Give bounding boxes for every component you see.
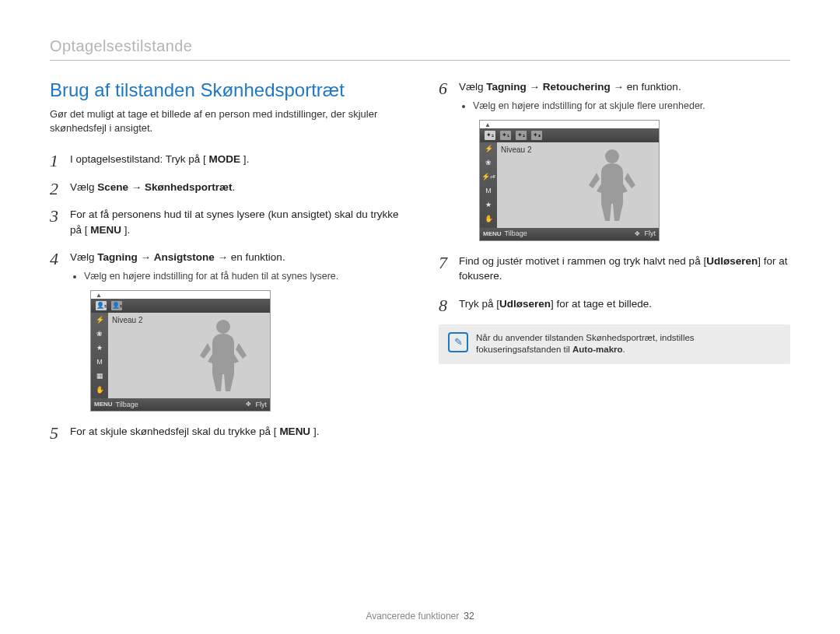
step-number: 5: [50, 421, 58, 446]
face-detect-icon: ★: [483, 201, 494, 210]
step-number: 2: [50, 177, 58, 201]
cam-menu-label: MENU: [94, 400, 113, 409]
scroll-up-indicator: ▲: [480, 121, 659, 128]
cam-tab-icon: ✦₂: [485, 131, 495, 140]
cam-level-label: Niveau 2: [501, 145, 531, 156]
steps-left: 1 I optagelsestilstand: Tryk på MODE. 2 …: [50, 152, 401, 440]
cam-sidebar: ⚡ ❀ ⚡off M ★ ✋: [480, 142, 497, 228]
cam-sidebar: ⚡ ❀ ★ M ▦ ✋: [91, 313, 108, 398]
resolution-icon: ▦: [94, 371, 105, 380]
person-silhouette-icon: [585, 146, 639, 224]
step-text: Vælg Tagning → Retouchering → en funktio…: [459, 81, 681, 93]
menu-key: MENU: [85, 224, 128, 236]
cam-tab-icon: 👤₂: [111, 301, 122, 310]
step-text: I optagelsestilstand: Tryk på: [70, 153, 203, 165]
cam-back-label: Tilbage: [505, 229, 527, 239]
nav-icon: ✥: [245, 401, 253, 408]
metering-icon: M: [94, 357, 105, 366]
step-number: 8: [439, 293, 447, 318]
cam-level-label: Niveau 2: [112, 315, 142, 327]
sub-bullet: Vælg en højere indstilling for at skjule…: [473, 100, 790, 112]
menu-key: MENU: [274, 426, 317, 437]
cam-tab-bar: ✦₂ ✦₁ ✦₂ ✦₃: [480, 128, 659, 142]
cam-move-label: Flyt: [645, 229, 656, 239]
cam-tab-bar: 👤₂ 👤₂: [91, 299, 270, 313]
step-number: 1: [50, 149, 58, 173]
cam-tab-icon: ✦₃: [531, 131, 542, 140]
note-text: Når du anvender tilstanden Skønhedsportr…: [476, 332, 781, 356]
flash-off-icon: ⚡off: [483, 173, 494, 182]
step-text: Tryk på [Udløseren] for at tage et bille…: [459, 298, 652, 310]
right-column: 6 Vælg Tagning → Retouchering → en funkt…: [439, 79, 790, 364]
flash-icon: ⚡: [94, 315, 105, 324]
stabilizer-icon: ✋: [94, 385, 105, 394]
cam-menu-label: MENU: [483, 229, 502, 239]
person-silhouette-icon: [196, 317, 250, 394]
camera-screenshot: ▲ ✦₂ ✦₁ ✦₂ ✦₃ ⚡ ❀ ⚡off M: [479, 120, 660, 241]
svg-point-1: [605, 149, 619, 163]
step-number: 7: [439, 250, 447, 275]
cam-back-label: Tilbage: [116, 400, 138, 410]
page-footer: Avancerede funktioner32: [0, 611, 840, 622]
step-text: For at skjule skønhedsfejl skal du trykk…: [70, 426, 274, 437]
scroll-up-indicator: ▲: [91, 291, 270, 299]
step-text: Vælg Tagning → Ansigtstone → en funktion…: [70, 251, 285, 263]
page-title: Brug af tilstanden Skønhedsportræt: [50, 79, 401, 101]
cam-tab-icon: ✦₁: [500, 131, 511, 140]
info-note: ✎ Når du anvender tilstanden Skønhedspor…: [439, 324, 790, 364]
stabilizer-icon: ✋: [483, 215, 494, 224]
step-number: 3: [50, 204, 58, 229]
camera-screenshot: ▲ 👤₂ 👤₂ ⚡ ❀ ★ M ▦ ✋: [90, 290, 271, 412]
cam-tab-icon: ✦₂: [516, 131, 527, 140]
step-text: Vælg Scene → Skønhedsportræt.: [70, 181, 235, 193]
focus-mode-icon: ❀: [483, 159, 494, 168]
nav-icon: ✥: [634, 230, 642, 238]
metering-icon: M: [483, 187, 494, 196]
left-column: Brug af tilstanden Skønhedsportræt Gør d…: [50, 79, 401, 452]
step-number: 4: [50, 247, 58, 271]
focus-mode-icon: ❀: [94, 329, 105, 338]
sub-bullet: Vælg en højere indstilling for at få hud…: [84, 270, 401, 282]
step-number: 6: [439, 76, 447, 101]
section-header: Optagelsestilstande: [50, 37, 790, 61]
cam-tab-icon: 👤₂: [96, 301, 107, 310]
steps-right: 6 Vælg Tagning → Retouchering → en funkt…: [439, 79, 790, 312]
face-detect-icon: ★: [94, 343, 105, 352]
intro-text: Gør det muligt at tage et billede af en …: [50, 107, 401, 135]
flash-icon: ⚡: [483, 145, 494, 154]
cam-move-label: Flyt: [256, 400, 268, 410]
mode-key: MODE: [203, 153, 247, 165]
svg-point-0: [216, 320, 230, 334]
info-icon: ✎: [448, 332, 468, 352]
step-text: Find og justér motivet i rammen og tryk …: [459, 255, 787, 282]
